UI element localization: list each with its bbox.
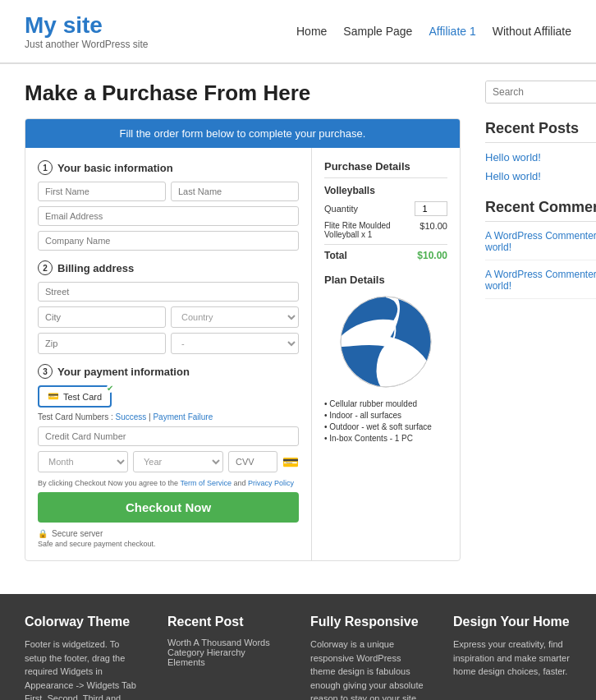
price-row: Flite Rite Moulded Volleyball x 1 $10.00 bbox=[324, 221, 447, 245]
recent-post-2[interactable]: Hello world! bbox=[485, 170, 596, 182]
form-column: 1 Your basic information bbox=[25, 148, 312, 560]
comment-2: A WordPress Commenter on Hello world! bbox=[485, 269, 596, 299]
month-select[interactable]: Month bbox=[38, 451, 128, 472]
footer-link-1[interactable]: Worth A Thousand Words bbox=[167, 638, 286, 647]
zip-input[interactable] bbox=[38, 333, 166, 354]
comment-1: A WordPress Commenter on Hello world! bbox=[485, 230, 596, 260]
footer-col-3: Fully Responsive Colorway is a unique re… bbox=[310, 615, 429, 700]
card-number-row bbox=[38, 426, 299, 446]
city-country-row: Country bbox=[38, 306, 299, 328]
footer-col3-text: Colorway is a unique responsive WordPres… bbox=[310, 638, 429, 700]
plan-details-section: Plan Details bbox=[324, 274, 447, 443]
step3-label: Your payment information bbox=[57, 366, 190, 378]
test-card-button[interactable]: 💳 Test Card ✔ bbox=[38, 385, 112, 408]
details-column: Purchase Details Volleyballs Quantity Fl… bbox=[312, 148, 460, 560]
feature-3: Outdoor - wet & soft surface bbox=[324, 422, 447, 431]
volleyball-image bbox=[337, 292, 435, 391]
company-input[interactable] bbox=[38, 231, 299, 251]
page-title: Make a Purchase From Here bbox=[25, 81, 461, 106]
footer-col1-text: Footer is widgetized. To setup the foote… bbox=[25, 638, 143, 700]
item-price: $10.00 bbox=[419, 221, 447, 239]
test-card-info: Test Card Numbers : Success | Payment Fa… bbox=[38, 412, 299, 421]
checkout-body: 1 Your basic information bbox=[25, 148, 460, 560]
step1-circle: 1 bbox=[38, 160, 53, 175]
card-number-input[interactable] bbox=[38, 426, 299, 446]
checkout-button[interactable]: Checkout Now bbox=[38, 492, 299, 523]
recent-posts-title: Recent Posts bbox=[485, 120, 596, 143]
checkout-header-bar: Fill the order form below to complete yo… bbox=[25, 119, 460, 148]
step1-label: Your basic information bbox=[57, 162, 173, 174]
last-name-input[interactable] bbox=[171, 182, 299, 201]
quantity-row: Quantity bbox=[324, 201, 447, 216]
site-branding: My site Just another WordPress site bbox=[25, 12, 149, 50]
step2-title: 2 Billing address bbox=[38, 260, 299, 275]
search-input[interactable] bbox=[486, 81, 596, 103]
recent-comments-title: Recent Comments bbox=[485, 199, 596, 222]
plan-details-title: Plan Details bbox=[324, 274, 447, 286]
card-btn-row: 💳 Test Card ✔ bbox=[38, 385, 299, 408]
nav-affiliate1[interactable]: Affiliate 1 bbox=[429, 25, 475, 38]
search-box: 🔍 bbox=[485, 81, 596, 104]
country-select[interactable]: Country bbox=[171, 306, 299, 328]
comment-author-2[interactable]: A WordPress Commenter bbox=[485, 269, 596, 280]
name-row bbox=[38, 182, 299, 201]
feature-1: Cellular rubber moulded bbox=[324, 399, 447, 408]
checkout-container: Fill the order form below to complete yo… bbox=[25, 118, 461, 561]
secure-label: Secure server bbox=[52, 529, 103, 538]
year-select[interactable]: Year bbox=[133, 451, 223, 472]
footer-col1-title: Colorway Theme bbox=[25, 615, 143, 629]
payment-section: 3 Your payment information 💳 Test Card ✔ bbox=[38, 364, 299, 472]
total-row: Total $10.00 bbox=[324, 250, 447, 261]
card-check-icon: ✔ bbox=[107, 384, 113, 393]
expiry-row: Month Year 💳 bbox=[38, 451, 299, 472]
quantity-label: Quantity bbox=[324, 204, 358, 214]
step1-title: 1 Your basic information bbox=[38, 160, 299, 175]
cvv-input[interactable] bbox=[228, 451, 277, 472]
recent-post-1[interactable]: Hello world! bbox=[485, 151, 596, 163]
step2-label: Billing address bbox=[57, 262, 134, 274]
footer-link-2[interactable]: Category Hierarchy bbox=[167, 647, 286, 657]
city-input[interactable] bbox=[38, 306, 166, 328]
failure-link[interactable]: Payment Failure bbox=[153, 412, 213, 421]
product-name: Volleyballs bbox=[324, 185, 447, 196]
email-row bbox=[38, 206, 299, 226]
secure-desc: Safe and secure payment checkout. bbox=[38, 540, 299, 548]
card-type-icon: 💳 bbox=[282, 454, 299, 470]
step3-title: 3 Your payment information bbox=[38, 364, 299, 379]
street-row bbox=[38, 282, 299, 302]
email-input[interactable] bbox=[38, 206, 299, 226]
privacy-link[interactable]: Privacy Policy bbox=[248, 479, 294, 487]
zip-select[interactable]: - bbox=[171, 333, 299, 354]
checkout-header-text: Fill the order form below to complete yo… bbox=[120, 127, 366, 140]
footer-col2-title: Recent Post bbox=[167, 615, 286, 629]
card-btn-label: Test Card bbox=[63, 392, 102, 402]
success-link[interactable]: Success bbox=[115, 412, 146, 421]
nav-home[interactable]: Home bbox=[296, 25, 327, 38]
comment-author-1[interactable]: A WordPress Commenter bbox=[485, 230, 596, 242]
billing-section: 2 Billing address Country bbox=[38, 260, 299, 354]
footer-main: Colorway Theme Footer is widgetized. To … bbox=[0, 594, 596, 700]
total-amount: $10.00 bbox=[417, 250, 447, 261]
main-content: Make a Purchase From Here Fill the order… bbox=[0, 64, 596, 578]
test-card-text: Test Card Numbers : bbox=[38, 412, 113, 421]
feature-4: In-box Contents - 1 PC bbox=[324, 434, 447, 443]
terms-prefix: By clicking Checkout Now you agree to th… bbox=[38, 479, 178, 487]
recent-posts-section: Recent Posts Hello world! Hello world! bbox=[485, 120, 596, 182]
footer-col-2: Recent Post Worth A Thousand Words Categ… bbox=[167, 615, 286, 700]
footer-link-3[interactable]: Elements bbox=[167, 657, 286, 667]
street-input[interactable] bbox=[38, 282, 299, 302]
main-nav: Home Sample Page Affiliate 1 Without Aff… bbox=[296, 25, 571, 38]
terms-link[interactable]: Term of Service bbox=[180, 479, 232, 487]
left-column: Make a Purchase From Here Fill the order… bbox=[25, 81, 461, 561]
terms-text: By clicking Checkout Now you agree to th… bbox=[38, 479, 299, 487]
quantity-input[interactable] bbox=[415, 201, 447, 216]
site-title: My site bbox=[25, 12, 149, 39]
purchase-details-title: Purchase Details bbox=[324, 160, 447, 178]
nav-without-affiliate[interactable]: Without Affiliate bbox=[493, 25, 571, 38]
first-name-input[interactable] bbox=[38, 182, 166, 201]
footer-col3-title: Fully Responsive bbox=[310, 615, 429, 629]
recent-comments-section: Recent Comments A WordPress Commenter on… bbox=[485, 199, 596, 299]
and-text: and bbox=[233, 479, 245, 487]
nav-sample-page[interactable]: Sample Page bbox=[343, 25, 412, 38]
site-header: My site Just another WordPress site Home… bbox=[0, 0, 596, 63]
